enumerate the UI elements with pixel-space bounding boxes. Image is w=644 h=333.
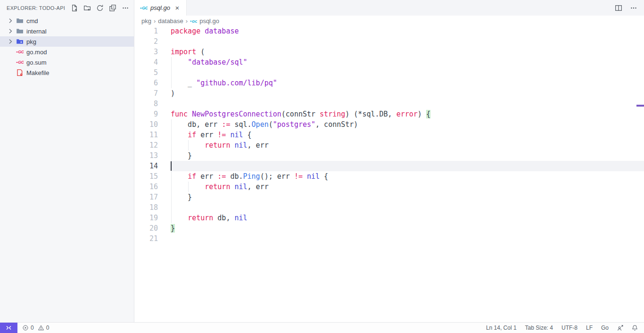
notifications-bell-icon[interactable] xyxy=(627,323,642,333)
code-token: sql. xyxy=(230,120,251,129)
explorer-sidebar: EXPLORER: TODO-API cmdinternalpkgGOgo.mo… xyxy=(0,0,134,322)
tree-indent xyxy=(7,69,14,76)
code-token: (connStr xyxy=(281,110,320,118)
code-line-2[interactable]: 2 xyxy=(134,36,644,47)
chevron-right-icon[interactable] xyxy=(7,38,14,45)
code-editor[interactable]: 1package database23import (4 "database/s… xyxy=(134,26,644,322)
code-token: ) xyxy=(418,110,426,118)
more-actions-icon[interactable] xyxy=(630,4,637,12)
code-line-3[interactable]: 3import ( xyxy=(134,47,644,57)
indent-guide xyxy=(171,171,172,182)
code-token: ) xyxy=(171,89,175,98)
split-editor-icon[interactable] xyxy=(615,4,622,12)
breadcrumb-item-psql-go[interactable]: GOpsql.go xyxy=(190,17,219,25)
code-token: != xyxy=(217,131,226,139)
line-number: 6 xyxy=(134,78,171,88)
collapse-folders-icon[interactable] xyxy=(109,4,116,12)
code-token: nil xyxy=(307,172,320,181)
problems-status[interactable]: 0 0 xyxy=(17,323,54,333)
breadcrumb-label: database xyxy=(158,17,183,25)
new-folder-icon[interactable] xyxy=(83,4,91,12)
tree-item-internal[interactable]: internal xyxy=(0,26,134,36)
code-token: err xyxy=(196,172,217,181)
line-number: 5 xyxy=(134,67,171,78)
code-content: if err := db.Ping(); err != nil { xyxy=(171,171,644,182)
status-language-mode[interactable]: Go xyxy=(597,323,613,333)
breadcrumb-label: pkg xyxy=(141,17,151,25)
code-token xyxy=(171,58,188,67)
account-icon[interactable] xyxy=(613,323,627,333)
code-line-21[interactable]: 21 xyxy=(134,233,644,244)
line-number: 18 xyxy=(134,202,171,213)
tab-psql-go[interactable]: GO psql.go × xyxy=(134,0,187,16)
go-file-icon: GO xyxy=(16,48,24,56)
status-bar: 0 0 Ln 14, Col 1Tab Size: 4UTF-8LFGo xyxy=(0,322,644,333)
status-encoding[interactable]: UTF-8 xyxy=(557,323,582,333)
code-line-8[interactable]: 8 xyxy=(134,99,644,109)
code-line-10[interactable]: 10 db, err := sql.Open("postgres", connS… xyxy=(134,119,644,130)
code-token: "github.com/lib/pq" xyxy=(196,79,277,87)
code-line-11[interactable]: 11 if err != nil { xyxy=(134,130,644,140)
new-file-icon[interactable] xyxy=(71,4,78,12)
tree-item-pkg[interactable]: pkg xyxy=(0,36,134,47)
code-token: ( xyxy=(269,120,273,129)
breadcrumb-item-pkg[interactable]: pkg xyxy=(141,17,151,25)
status-tab-size[interactable]: Tab Size: 4 xyxy=(521,323,557,333)
remote-indicator[interactable] xyxy=(0,323,17,333)
refresh-explorer-icon[interactable] xyxy=(96,4,104,12)
code-line-12[interactable]: 12 return nil, err xyxy=(134,140,644,150)
status-cursor-position[interactable]: Ln 14, Col 1 xyxy=(482,323,521,333)
status-eol[interactable]: LF xyxy=(582,323,597,333)
code-line-13[interactable]: 13 } xyxy=(134,150,644,161)
code-line-18[interactable]: 18 xyxy=(134,202,644,213)
line-number: 2 xyxy=(134,36,171,47)
code-line-17[interactable]: 17 } xyxy=(134,192,644,202)
tab-bar: GO psql.go × xyxy=(134,0,644,16)
indent-guide xyxy=(171,192,172,202)
chevron-right-icon[interactable] xyxy=(7,17,14,25)
svg-text:GO: GO xyxy=(142,6,148,10)
code-line-1[interactable]: 1package database xyxy=(134,26,644,36)
explorer-header: EXPLORER: TODO-API xyxy=(0,0,134,16)
line-number: 17 xyxy=(134,192,171,202)
code-line-19[interactable]: 19 return db, nil xyxy=(134,213,644,223)
code-token: return xyxy=(188,214,213,222)
tree-item-cmd[interactable]: cmd xyxy=(0,16,134,26)
code-token: { xyxy=(243,131,252,139)
folder-icon xyxy=(16,27,24,35)
editor-actions xyxy=(615,0,644,16)
code-line-14[interactable]: 14 xyxy=(134,161,644,171)
code-content: import ( xyxy=(171,47,644,57)
code-content: db, err := sql.Open("postgres", connStr) xyxy=(171,119,644,130)
code-line-6[interactable]: 6 _ "github.com/lib/pq" xyxy=(134,78,644,88)
code-line-16[interactable]: 16 return nil, err xyxy=(134,182,644,192)
code-line-7[interactable]: 7) xyxy=(134,88,644,99)
more-actions-icon[interactable] xyxy=(122,4,129,12)
code-token: nil xyxy=(230,131,243,139)
chevron-right-icon[interactable] xyxy=(7,27,14,35)
tree-item-go-sum[interactable]: GOgo.sum xyxy=(0,57,134,67)
code-token: , connStr) xyxy=(315,120,358,129)
code-token: := xyxy=(217,172,226,181)
main-area: EXPLORER: TODO-API cmdinternalpkgGOgo.mo… xyxy=(0,0,644,322)
breadcrumb-item-database[interactable]: database xyxy=(158,17,183,25)
tree-item-go-mod[interactable]: GOgo.mod xyxy=(0,47,134,57)
code-token: , err xyxy=(248,183,269,191)
code-token xyxy=(303,172,307,181)
folder-icon xyxy=(16,17,24,25)
close-tab-icon[interactable]: × xyxy=(173,4,182,12)
code-line-15[interactable]: 15 if err := db.Ping(); err != nil { xyxy=(134,171,644,182)
line-number: 16 xyxy=(134,182,171,192)
code-content: package database xyxy=(171,26,644,36)
code-token: return xyxy=(205,183,230,191)
tree-item-Makefile[interactable]: Makefile xyxy=(0,67,134,78)
line-number: 15 xyxy=(134,171,171,182)
code-token: } xyxy=(171,151,192,160)
code-line-9[interactable]: 9func NewPostgresConnection(connStr stri… xyxy=(134,109,644,119)
code-token: , err xyxy=(248,141,269,150)
code-line-5[interactable]: 5 xyxy=(134,67,644,78)
code-line-20[interactable]: 20} xyxy=(134,223,644,233)
code-line-4[interactable]: 4 "database/sql" xyxy=(134,57,644,67)
code-token: if xyxy=(188,131,196,139)
code-content: func NewPostgresConnection(connStr strin… xyxy=(171,109,644,119)
